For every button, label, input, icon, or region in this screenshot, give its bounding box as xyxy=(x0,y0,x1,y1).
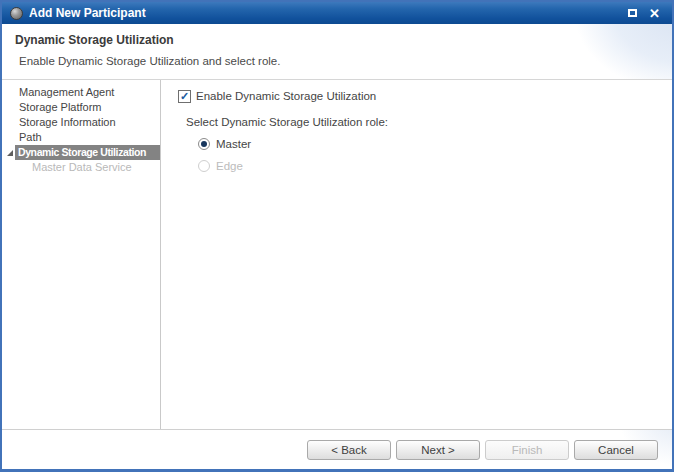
window-title: Add New Participant xyxy=(29,6,628,20)
master-radio-button[interactable] xyxy=(198,138,210,150)
close-icon[interactable]: ✕ xyxy=(649,7,660,20)
sidebar-item-label-selected: Dynamic Storage Utilization xyxy=(15,145,160,160)
page-title: Dynamic Storage Utilization xyxy=(15,33,672,47)
cancel-button[interactable]: Cancel xyxy=(574,440,658,460)
enable-dsu-checkbox-label: Enable Dynamic Storage Utilization xyxy=(196,90,376,102)
radio-selected-dot xyxy=(201,141,207,147)
finish-button: Finish xyxy=(485,440,569,460)
maximize-icon[interactable] xyxy=(628,9,637,17)
dialog-window: Add New Participant ✕ Dynamic Storage Ut… xyxy=(0,0,674,472)
edge-radio-label: Edge xyxy=(216,160,243,172)
sidebar-item-master-data-service: Master Data Service xyxy=(2,160,160,175)
window-controls: ✕ xyxy=(628,7,664,20)
sidebar-item-storage-information[interactable]: Storage Information xyxy=(2,115,160,130)
sidebar-item-dynamic-storage-utilization[interactable]: Dynamic Storage Utilization xyxy=(2,145,160,160)
sidebar-item-storage-platform[interactable]: Storage Platform xyxy=(2,100,160,115)
next-button[interactable]: Next > xyxy=(396,440,480,460)
edge-radio-button xyxy=(198,160,210,172)
radio-row-edge: Edge xyxy=(178,159,672,172)
application-sphere-icon xyxy=(10,7,23,20)
title-bar[interactable]: Add New Participant ✕ xyxy=(2,2,672,24)
wizard-step-list: Management Agent Storage Platform Storag… xyxy=(2,80,161,429)
enable-dsu-checkbox[interactable]: ✓ xyxy=(178,90,191,103)
wizard-header: Dynamic Storage Utilization Enable Dynam… xyxy=(2,24,672,80)
wizard-body: Management Agent Storage Platform Storag… xyxy=(2,80,672,429)
sidebar-item-management-agent[interactable]: Management Agent xyxy=(2,85,160,100)
enable-dsu-checkbox-row[interactable]: ✓ Enable Dynamic Storage Utilization xyxy=(178,89,672,103)
sidebar-item-path[interactable]: Path xyxy=(2,130,160,145)
wizard-page-content: ✓ Enable Dynamic Storage Utilization Sel… xyxy=(161,80,672,429)
master-radio-label: Master xyxy=(216,138,251,150)
page-subtitle: Enable Dynamic Storage Utilization and s… xyxy=(15,55,672,67)
back-button[interactable]: < Back xyxy=(307,440,391,460)
tree-expanded-icon xyxy=(7,150,13,156)
checkmark-icon: ✓ xyxy=(180,91,189,102)
role-prompt-label: Select Dynamic Storage Utilization role: xyxy=(178,116,672,128)
radio-row-master[interactable]: Master xyxy=(178,137,672,150)
wizard-footer: < Back Next > Finish Cancel xyxy=(2,429,672,469)
